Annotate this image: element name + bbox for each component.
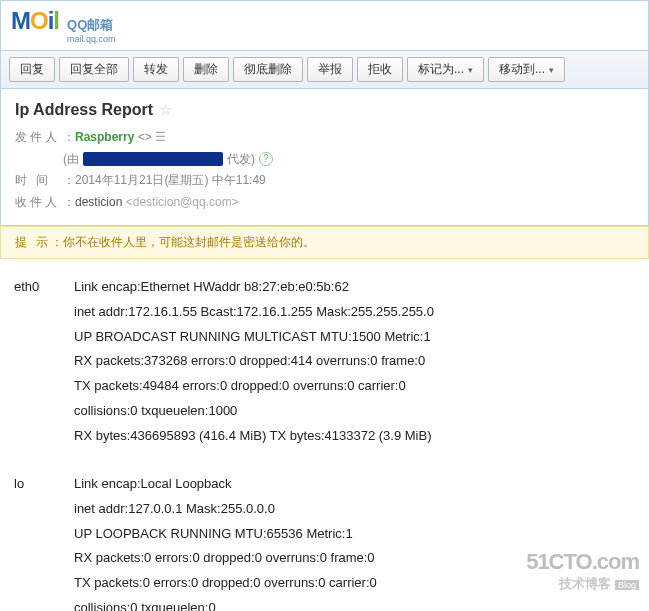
sender-detail-icon[interactable]: ☰ (155, 130, 166, 144)
iface-line: TX packets:0 errors:0 dropped:0 overruns… (74, 571, 635, 596)
iface-line: RX bytes:436695893 (416.4 MiB) TX bytes:… (74, 424, 635, 449)
time-value: 2014年11月21日(星期五) 中午11:49 (75, 173, 266, 187)
report-button[interactable]: 举报 (307, 57, 353, 82)
chevron-down-icon: ▾ (468, 65, 473, 75)
iface-eth0: eth0 Link encap:Ethernet HWaddr b8:27:eb… (14, 275, 635, 448)
iface-line: collisions:0 txqueuelen:1000 (74, 399, 635, 424)
proxy-address-redacted (83, 152, 223, 166)
reply-all-button[interactable]: 回复全部 (59, 57, 129, 82)
iface-line: collisions:0 txqueuelen:0 (74, 596, 635, 611)
sender-name[interactable]: Raspberry (75, 130, 134, 144)
iface-line: RX packets:373268 errors:0 dropped:414 o… (74, 349, 635, 374)
recipient-label: 收件人 (15, 192, 63, 214)
logo-letter-o: O (30, 7, 48, 34)
forward-button[interactable]: 转发 (133, 57, 179, 82)
iface-name: eth0 (14, 275, 74, 448)
recipient-address: <desticion@qq.com> (126, 195, 239, 209)
iface-line: Link encap:Local Loopback (74, 472, 635, 497)
iface-line: inet addr:127.0.0.1 Mask:255.0.0.0 (74, 497, 635, 522)
mark-as-button[interactable]: 标记为...▾ (407, 57, 484, 82)
proxy-prefix: (由 (63, 149, 79, 171)
mail-body: eth0 Link encap:Ethernet HWaddr b8:27:eb… (0, 259, 649, 611)
help-icon[interactable]: ? (259, 152, 273, 166)
iface-name: lo (14, 472, 74, 611)
logo-letter-l: l (53, 7, 59, 34)
reply-button[interactable]: 回复 (9, 57, 55, 82)
hint-label: 提 示 (15, 235, 51, 249)
iface-line: TX packets:49484 errors:0 dropped:0 over… (74, 374, 635, 399)
delete-forever-button[interactable]: 彻底删除 (233, 57, 303, 82)
iface-line: Link encap:Ethernet HWaddr b8:27:eb:e0:5… (74, 275, 635, 300)
proxy-suffix: 代发) (227, 149, 255, 171)
logo-url: mail.qq.com (67, 34, 116, 44)
iface-lo: lo Link encap:Local Loopback inet addr:1… (14, 472, 635, 611)
iface-line: RX packets:0 errors:0 dropped:0 overruns… (74, 546, 635, 571)
chevron-down-icon: ▾ (549, 65, 554, 75)
logo-letter-m: M (11, 7, 30, 34)
mail-header: MOil QQ邮箱 mail.qq.com (0, 0, 649, 51)
iface-line: inet addr:172.16.1.55 Bcast:172.16.1.255… (74, 300, 635, 325)
sender-label: 发件人 (15, 127, 63, 149)
hint-bar: 提 示：你不在收件人里，可能这封邮件是密送给你的。 (0, 226, 649, 259)
mail-toolbar: 回复 回复全部 转发 删除 彻底删除 举报 拒收 标记为...▾ 移动到...▾ (0, 51, 649, 89)
mail-subject: Ip Address Report (15, 101, 153, 119)
time-label: 时 间 (15, 170, 63, 192)
sender-address: <> (138, 130, 152, 144)
move-to-button[interactable]: 移动到...▾ (488, 57, 565, 82)
logo-product-name: QQ邮箱 (67, 16, 116, 34)
hint-text: ：你不在收件人里，可能这封邮件是密送给你的。 (51, 235, 315, 249)
iface-line: UP BROADCAST RUNNING MULTICAST MTU:1500 … (74, 325, 635, 350)
delete-button[interactable]: 删除 (183, 57, 229, 82)
star-icon[interactable]: ☆ (159, 101, 172, 119)
recipient-name[interactable]: desticion (75, 195, 122, 209)
mail-meta-panel: Ip Address Report ☆ 发件人：Raspberry <> ☰ (… (0, 89, 649, 226)
qqmail-logo[interactable]: MOil QQ邮箱 mail.qq.com (11, 7, 116, 44)
reject-button[interactable]: 拒收 (357, 57, 403, 82)
iface-line: UP LOOPBACK RUNNING MTU:65536 Metric:1 (74, 522, 635, 547)
